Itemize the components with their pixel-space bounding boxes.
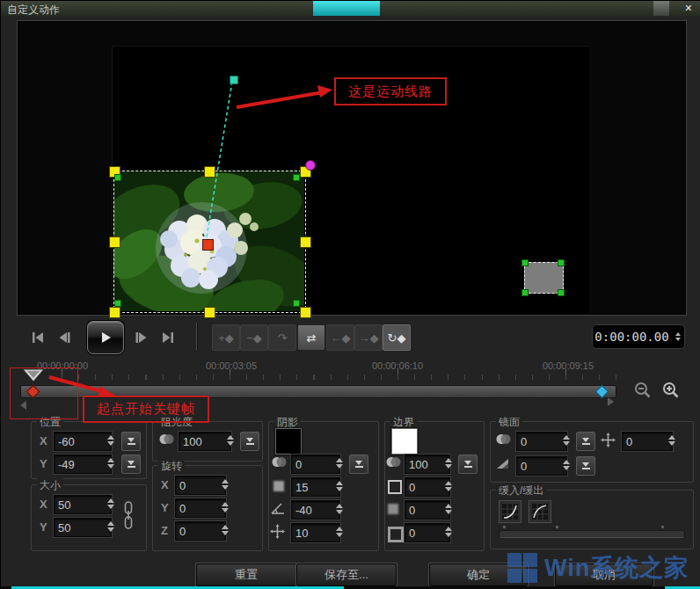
position-y-slider-dropdown[interactable] [121,454,141,474]
title-bar: 自定义动作 × [1,1,700,16]
mirror-transparency-dropdown[interactable] [576,432,595,451]
resize-handle-bl[interactable] [109,307,120,318]
shadow-transparency-spinner[interactable] [333,454,346,472]
ok-button[interactable]: 确定 [429,564,528,586]
shadow-color-swatch[interactable] [275,428,302,454]
cancel-button[interactable]: 取消 [555,564,653,586]
end-handle-br[interactable] [558,289,565,296]
mirror-transparency-spinner[interactable] [560,432,572,449]
mirror-fade-dropdown[interactable] [576,456,595,476]
move-keyframe-left-button[interactable]: ←◆ [326,324,354,351]
scroll-right-arrow[interactable] [608,397,614,406]
resize-handle-br[interactable] [300,307,311,318]
position-x-slider-dropdown[interactable] [121,432,141,451]
add-keyframe-button[interactable]: +◆ [212,324,240,351]
resize-handle-l[interactable] [109,236,120,248]
ease-slider[interactable] [499,530,685,538]
annotation-rectangle [10,367,78,419]
border-transparency-spinner[interactable] [442,454,455,472]
rotation-z-spinner[interactable] [219,521,231,539]
reset-button[interactable]: 重置 [196,564,296,586]
position-x-label: X [40,434,47,447]
end-handle-bl[interactable] [521,289,529,296]
resize-handle-t[interactable] [204,166,215,178]
mirror-distance-icon [601,433,616,447]
position-x-spinner[interactable] [105,432,117,449]
position-x-input[interactable] [54,432,112,451]
shadow-size-icon [273,481,284,491]
corner-handle-bl[interactable] [114,300,121,307]
flip-keyframes-icon: ↷ [278,331,288,345]
rotation-z-label: Z [161,524,168,537]
toolbar-separator [196,323,197,351]
zoom-in-button[interactable] [659,379,683,402]
corner-handle-br[interactable] [293,300,300,307]
timecode-spinner[interactable] [674,328,682,345]
ease-out-button[interactable] [529,500,551,523]
motion-path-end-handle[interactable] [230,76,238,84]
cancel-button-label: 取消 [593,567,616,583]
rotate-handle[interactable] [305,160,316,171]
zoom-out-button[interactable] [631,379,655,402]
end-handle-tr[interactable] [558,259,565,266]
border-transparency-dropdown[interactable] [458,454,478,474]
border-glow-icon [388,527,404,542]
opacity-spinner[interactable] [224,432,237,449]
next-frame-button[interactable] [129,326,154,349]
timecode-display[interactable]: 0:00:00.00 [592,324,685,349]
mirror-distance-spinner[interactable] [666,432,678,449]
opacity-input[interactable] [179,432,231,451]
rotation-y-spinner[interactable] [219,498,231,516]
size-group-title: 大小 [37,478,63,493]
go-to-end-button[interactable] [156,326,180,349]
remove-keyframe-button[interactable]: −◆ [240,324,268,351]
border-softness-spinner[interactable] [442,500,455,518]
reset-button-label: 重置 [235,567,258,583]
titlebar-decoration [313,1,380,16]
border-width-spinner[interactable] [442,477,455,495]
go-to-start-button[interactable] [26,326,50,349]
ease-in-button[interactable] [499,500,521,523]
shadow-transparency-dropdown[interactable] [349,454,368,474]
shadow-transparency-icon [271,455,288,469]
size-x-label: X [40,498,47,511]
move-keyframe-right-button[interactable]: →◆ [354,324,383,351]
shadow-distance-spinner[interactable] [333,523,346,541]
shadow-size-spinner[interactable] [333,477,346,495]
previous-frame-button[interactable] [52,326,77,349]
ruler-minor-ticks [62,374,624,380]
mirror-transparency-icon [495,433,512,446]
play-button[interactable] [87,321,124,354]
shadow-angle-spinner[interactable] [333,500,346,518]
motion-start-marker[interactable] [202,239,214,251]
rotate-keyframe-button[interactable]: ↻◆ [383,324,411,351]
corner-handle-tl[interactable] [114,174,121,181]
swap-keyframes-button[interactable]: ⇄ [297,324,325,351]
link-xy-icon[interactable] [122,500,135,530]
opacity-slider-dropdown[interactable] [240,432,259,451]
size-x-spinner[interactable] [105,495,117,513]
size-x-input[interactable] [54,495,112,514]
border-glow-spinner[interactable] [442,523,455,541]
resize-handle-r[interactable] [300,236,311,248]
mirror-fade-spinner[interactable] [560,456,572,474]
size-y-input[interactable] [54,518,112,537]
timecode-value: 0:00:00.00 [594,330,668,344]
titlebar-decoration-2 [653,1,669,16]
rotation-x-spinner[interactable] [219,476,231,493]
save-to-button-label: 保存至... [324,567,368,583]
move-keyframe-left-icon: ←◆ [331,331,351,345]
end-handle-tl[interactable] [521,259,529,266]
flip-keyframes-button[interactable]: ↷ [268,324,296,351]
customize-motion-dialog: 自定义动作 × [0,0,700,589]
resize-handle-b[interactable] [204,307,215,318]
corner-handle-tr[interactable] [293,174,300,181]
position-y-input[interactable] [54,454,112,474]
size-y-spinner[interactable] [105,518,117,535]
rotate-keyframe-icon: ↻◆ [388,331,406,345]
border-color-swatch[interactable] [391,428,418,454]
save-to-button[interactable]: 保存至... [296,564,397,586]
close-icon[interactable]: × [685,1,692,16]
position-y-spinner[interactable] [105,454,117,472]
shadow-distance-icon [270,524,285,539]
